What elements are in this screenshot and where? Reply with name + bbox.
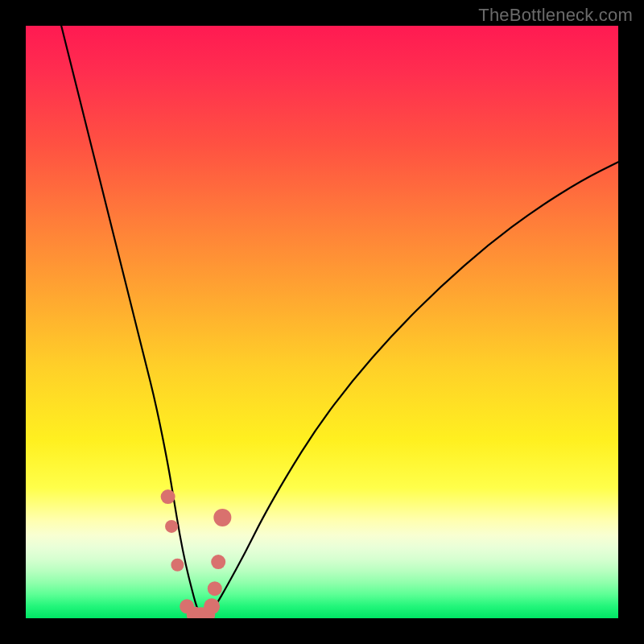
outer-frame: TheBottleneck.com <box>0 0 644 644</box>
watermark-text: TheBottleneck.com <box>478 5 633 26</box>
plot-area <box>26 26 618 618</box>
